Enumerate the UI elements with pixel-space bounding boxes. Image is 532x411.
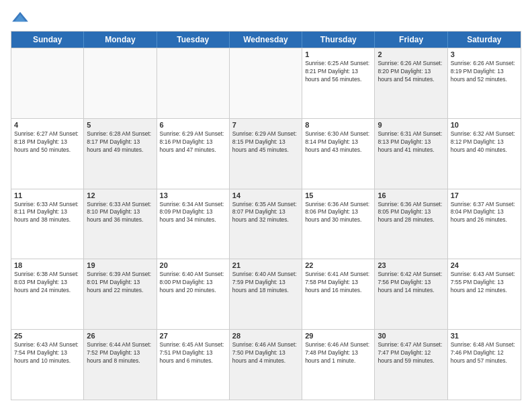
day-info: Sunrise: 6:34 AM Sunset: 8:09 PM Dayligh… [160, 201, 226, 225]
cal-cell-26: 26Sunrise: 6:44 AM Sunset: 7:52 PM Dayli… [84, 330, 157, 400]
day-number: 4 [14, 121, 81, 129]
day-number: 15 [305, 191, 371, 199]
day-number: 19 [87, 261, 153, 269]
cal-cell-28: 28Sunrise: 6:46 AM Sunset: 7:50 PM Dayli… [230, 330, 302, 400]
day-number: 27 [160, 332, 226, 340]
day-number: 10 [451, 121, 518, 129]
day-number: 17 [451, 191, 518, 199]
day-number: 29 [305, 332, 371, 340]
day-info: Sunrise: 6:46 AM Sunset: 7:48 PM Dayligh… [305, 341, 371, 365]
day-number: 3 [451, 50, 518, 58]
day-info: Sunrise: 6:43 AM Sunset: 7:54 PM Dayligh… [14, 341, 81, 365]
cal-cell-10: 10Sunrise: 6:32 AM Sunset: 8:12 PM Dayli… [448, 119, 521, 189]
logo-icon [11, 11, 30, 24]
cal-cell-5: 5Sunrise: 6:28 AM Sunset: 8:17 PM Daylig… [84, 119, 157, 189]
header-day-wednesday: Wednesday [230, 32, 302, 48]
day-number: 1 [305, 50, 371, 58]
cal-cell-24: 24Sunrise: 6:43 AM Sunset: 7:55 PM Dayli… [448, 259, 521, 329]
day-number: 2 [378, 50, 444, 58]
day-info: Sunrise: 6:48 AM Sunset: 7:46 PM Dayligh… [451, 341, 518, 365]
cal-cell-17: 17Sunrise: 6:37 AM Sunset: 8:04 PM Dayli… [448, 189, 521, 259]
day-number: 26 [87, 332, 153, 340]
day-info: Sunrise: 6:25 AM Sunset: 8:21 PM Dayligh… [305, 60, 371, 84]
cal-cell-2: 2Sunrise: 6:26 AM Sunset: 8:20 PM Daylig… [375, 48, 447, 118]
calendar-body: 1Sunrise: 6:25 AM Sunset: 8:21 PM Daylig… [11, 48, 521, 400]
calendar-row-0: 1Sunrise: 6:25 AM Sunset: 8:21 PM Daylig… [11, 48, 521, 118]
day-info: Sunrise: 6:33 AM Sunset: 8:10 PM Dayligh… [87, 201, 153, 225]
calendar-row-3: 18Sunrise: 6:38 AM Sunset: 8:03 PM Dayli… [11, 259, 521, 329]
day-info: Sunrise: 6:26 AM Sunset: 8:20 PM Dayligh… [378, 60, 444, 84]
logo-text [11, 11, 31, 24]
day-number: 22 [305, 261, 371, 269]
day-number: 14 [232, 191, 299, 199]
page: SundayMondayTuesdayWednesdayThursdayFrid… [0, 0, 532, 411]
day-info: Sunrise: 6:46 AM Sunset: 7:50 PM Dayligh… [232, 341, 299, 365]
day-info: Sunrise: 6:33 AM Sunset: 8:11 PM Dayligh… [14, 201, 81, 225]
day-info: Sunrise: 6:31 AM Sunset: 8:13 PM Dayligh… [378, 130, 444, 154]
header [11, 11, 521, 24]
day-info: Sunrise: 6:42 AM Sunset: 7:56 PM Dayligh… [378, 271, 444, 295]
day-info: Sunrise: 6:27 AM Sunset: 8:18 PM Dayligh… [14, 130, 81, 154]
cal-cell-22: 22Sunrise: 6:41 AM Sunset: 7:58 PM Dayli… [302, 259, 375, 329]
day-info: Sunrise: 6:28 AM Sunset: 8:17 PM Dayligh… [87, 130, 153, 154]
cal-cell-27: 27Sunrise: 6:45 AM Sunset: 7:51 PM Dayli… [157, 330, 230, 400]
cal-cell-3: 3Sunrise: 6:26 AM Sunset: 8:19 PM Daylig… [448, 48, 521, 118]
day-number: 11 [14, 191, 81, 199]
day-info: Sunrise: 6:35 AM Sunset: 8:07 PM Dayligh… [232, 201, 299, 225]
day-number: 21 [232, 261, 299, 269]
header-day-sunday: Sunday [11, 32, 84, 48]
day-number: 25 [14, 332, 81, 340]
day-number: 20 [160, 261, 226, 269]
day-info: Sunrise: 6:45 AM Sunset: 7:51 PM Dayligh… [160, 341, 226, 365]
day-number: 16 [378, 191, 444, 199]
cal-cell-6: 6Sunrise: 6:29 AM Sunset: 8:16 PM Daylig… [157, 119, 230, 189]
cal-cell-14: 14Sunrise: 6:35 AM Sunset: 8:07 PM Dayli… [230, 189, 302, 259]
day-info: Sunrise: 6:38 AM Sunset: 8:03 PM Dayligh… [14, 271, 81, 295]
day-info: Sunrise: 6:36 AM Sunset: 8:06 PM Dayligh… [305, 201, 371, 225]
calendar-row-4: 25Sunrise: 6:43 AM Sunset: 7:54 PM Dayli… [11, 329, 521, 400]
day-number: 12 [87, 191, 153, 199]
day-info: Sunrise: 6:29 AM Sunset: 8:16 PM Dayligh… [160, 130, 226, 154]
day-info: Sunrise: 6:40 AM Sunset: 8:00 PM Dayligh… [160, 271, 226, 295]
day-number: 5 [87, 121, 153, 129]
calendar-header: SundayMondayTuesdayWednesdayThursdayFrid… [11, 32, 521, 48]
day-info: Sunrise: 6:43 AM Sunset: 7:55 PM Dayligh… [451, 271, 518, 295]
cal-cell-13: 13Sunrise: 6:34 AM Sunset: 8:09 PM Dayli… [157, 189, 230, 259]
day-info: Sunrise: 6:41 AM Sunset: 7:58 PM Dayligh… [305, 271, 371, 295]
cal-cell-21: 21Sunrise: 6:40 AM Sunset: 7:59 PM Dayli… [230, 259, 302, 329]
day-info: Sunrise: 6:36 AM Sunset: 8:05 PM Dayligh… [378, 201, 444, 225]
day-info: Sunrise: 6:44 AM Sunset: 7:52 PM Dayligh… [87, 341, 153, 365]
cal-cell-8: 8Sunrise: 6:30 AM Sunset: 8:14 PM Daylig… [302, 119, 375, 189]
day-info: Sunrise: 6:37 AM Sunset: 8:04 PM Dayligh… [451, 201, 518, 225]
day-number: 13 [160, 191, 226, 199]
header-day-thursday: Thursday [302, 32, 375, 48]
calendar-row-1: 4Sunrise: 6:27 AM Sunset: 8:18 PM Daylig… [11, 118, 521, 189]
cal-cell-empty-0-1 [84, 48, 157, 118]
day-number: 7 [232, 121, 299, 129]
cal-cell-19: 19Sunrise: 6:39 AM Sunset: 8:01 PM Dayli… [84, 259, 157, 329]
calendar: SundayMondayTuesdayWednesdayThursdayFrid… [11, 31, 521, 400]
day-number: 31 [451, 332, 518, 340]
cal-cell-25: 25Sunrise: 6:43 AM Sunset: 7:54 PM Dayli… [11, 330, 84, 400]
cal-cell-9: 9Sunrise: 6:31 AM Sunset: 8:13 PM Daylig… [375, 119, 447, 189]
cal-cell-20: 20Sunrise: 6:40 AM Sunset: 8:00 PM Dayli… [157, 259, 230, 329]
cal-cell-empty-0-0 [11, 48, 84, 118]
day-info: Sunrise: 6:26 AM Sunset: 8:19 PM Dayligh… [451, 60, 518, 84]
cal-cell-16: 16Sunrise: 6:36 AM Sunset: 8:05 PM Dayli… [375, 189, 447, 259]
day-number: 9 [378, 121, 444, 129]
calendar-row-2: 11Sunrise: 6:33 AM Sunset: 8:11 PM Dayli… [11, 189, 521, 259]
day-info: Sunrise: 6:39 AM Sunset: 8:01 PM Dayligh… [87, 271, 153, 295]
cal-cell-29: 29Sunrise: 6:46 AM Sunset: 7:48 PM Dayli… [302, 330, 375, 400]
cal-cell-empty-0-3 [230, 48, 302, 118]
header-day-tuesday: Tuesday [157, 32, 230, 48]
header-day-saturday: Saturday [448, 32, 521, 48]
cal-cell-12: 12Sunrise: 6:33 AM Sunset: 8:10 PM Dayli… [84, 189, 157, 259]
day-number: 28 [232, 332, 299, 340]
cal-cell-1: 1Sunrise: 6:25 AM Sunset: 8:21 PM Daylig… [302, 48, 375, 118]
cal-cell-7: 7Sunrise: 6:29 AM Sunset: 8:15 PM Daylig… [230, 119, 302, 189]
day-info: Sunrise: 6:29 AM Sunset: 8:15 PM Dayligh… [232, 130, 299, 154]
cal-cell-4: 4Sunrise: 6:27 AM Sunset: 8:18 PM Daylig… [11, 119, 84, 189]
cal-cell-15: 15Sunrise: 6:36 AM Sunset: 8:06 PM Dayli… [302, 189, 375, 259]
day-info: Sunrise: 6:47 AM Sunset: 7:47 PM Dayligh… [378, 341, 444, 365]
day-number: 8 [305, 121, 371, 129]
